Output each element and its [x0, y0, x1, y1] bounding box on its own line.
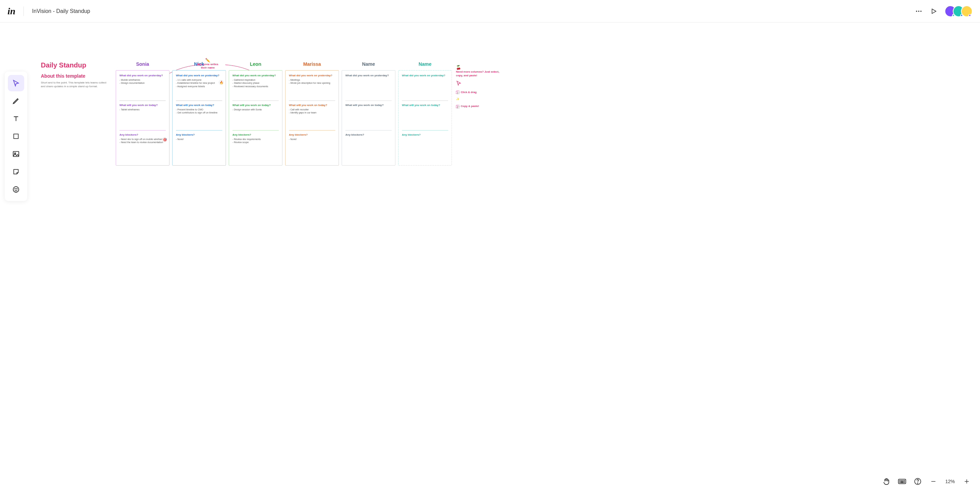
column-card[interactable]: What did you work on yesterday?1:1 calls…: [172, 70, 226, 166]
list-item[interactable]: None!: [176, 137, 222, 141]
column-card[interactable]: What did you work on yesterday?Gathered …: [229, 70, 282, 166]
list-item[interactable]: Meetings: [289, 78, 335, 81]
column-card[interactable]: What did you work on yesterday?MeetingsW…: [285, 70, 339, 166]
pointer-tool[interactable]: [8, 75, 24, 91]
standup-column[interactable]: NameWhat did you work on yesterday?What …: [398, 61, 452, 166]
board-description: Short and to the point. This template le…: [41, 81, 109, 88]
list-item[interactable]: None!: [289, 137, 335, 141]
column-card[interactable]: What did you work on yesterday?Mobile wi…: [116, 70, 169, 166]
zoom-level[interactable]: 12%: [943, 479, 957, 484]
board-title: Daily Standup: [41, 61, 109, 69]
list-item[interactable]: Established timeline for new project: [176, 81, 222, 85]
list-item[interactable]: 1:1 calls with everyone: [176, 78, 222, 81]
tips-heading: Need more columns? Just select, copy, an…: [456, 70, 500, 78]
shape-tool[interactable]: [8, 128, 24, 144]
column-name[interactable]: Name: [342, 61, 395, 67]
svg-point-9: [17, 188, 18, 189]
tip-step-1-num: 1: [456, 91, 460, 94]
avatar-stack[interactable]: [945, 5, 972, 17]
svg-point-8: [14, 188, 15, 189]
list-item[interactable]: Review dev requirements: [232, 137, 279, 141]
keyboard-shortcuts-icon[interactable]: [898, 477, 907, 486]
section-title-yesterday: What did you work on yesterday?: [289, 74, 335, 77]
reaction-badge[interactable]: 🔥: [219, 80, 224, 85]
list-item[interactable]: Identify gaps in our team: [289, 111, 335, 114]
list-item[interactable]: Wrote job description for new opening: [289, 81, 335, 85]
section-items-today[interactable]: Design session with Sonia: [232, 108, 279, 111]
column-card[interactable]: What did you work on yesterday?What will…: [342, 70, 395, 166]
cherry-icon: 🍒: [456, 65, 500, 70]
svg-point-12: [901, 481, 902, 481]
section-title-blockers: Any blockers?: [176, 133, 222, 136]
section-items-yesterday[interactable]: Gathered inspirationStarted discovery ph…: [232, 78, 279, 88]
svg-point-11: [900, 481, 900, 481]
more-menu-icon[interactable]: [915, 7, 923, 15]
section-title-yesterday: What did you work on yesterday?: [119, 74, 166, 77]
section-items-blockers[interactable]: Review dev requirementsReview scope: [232, 137, 279, 144]
section-items-blockers[interactable]: None!: [289, 137, 335, 141]
list-item[interactable]: Call with recruiter: [289, 108, 335, 111]
standup-column[interactable]: NameWhat did you work on yesterday?What …: [342, 61, 395, 166]
section-title-blockers: Any blockers?: [345, 133, 392, 136]
intro-panel: Daily Standup About this template Short …: [41, 61, 109, 88]
section-items-today[interactable]: Present timeline to CMOGet contributors …: [176, 108, 222, 115]
section-title-yesterday: What did you work on yesterday?: [176, 74, 222, 77]
tip-step-2-num: 2: [456, 105, 460, 109]
hand-pan-icon[interactable]: [882, 477, 891, 486]
section-items-blockers[interactable]: None!: [176, 137, 222, 141]
image-tool[interactable]: [8, 146, 24, 162]
standup-column[interactable]: NickWhat did you work on yesterday?1:1 c…: [172, 61, 226, 166]
svg-point-2: [920, 11, 922, 12]
list-item[interactable]: Started discovery phase: [232, 81, 279, 85]
section-items-today[interactable]: Call with recruiterIdentify gaps in our …: [289, 108, 335, 115]
list-item[interactable]: Gathered inspiration: [232, 78, 279, 81]
section-title-blockers: Any blockers?: [289, 133, 335, 136]
board-canvas[interactable]: ✏️ Everyone writes their name Daily Stan…: [41, 61, 973, 166]
zoom-in-button[interactable]: [962, 477, 971, 486]
column-card[interactable]: What did you work on yesterday?What will…: [398, 70, 452, 166]
tips-panel: 🍒 Need more columns? Just select, copy, …: [456, 61, 500, 109]
svg-rect-5: [13, 152, 19, 157]
list-item[interactable]: Assigned everyone tickets: [176, 85, 222, 88]
section-title-today: What will you work on today?: [119, 104, 166, 107]
list-item[interactable]: Design session with Sonia: [232, 108, 279, 111]
board-subtitle: About this template: [41, 73, 109, 79]
list-item[interactable]: Present timeline to CMO: [176, 108, 222, 111]
standup-column[interactable]: SoniaWhat did you work on yesterday?Mobi…: [116, 61, 169, 166]
list-item[interactable]: Review scope: [232, 141, 279, 144]
list-item[interactable]: Mobile wireframes: [119, 78, 166, 81]
section-items-yesterday[interactable]: 1:1 calls with everyoneEstablished timel…: [176, 78, 222, 88]
standup-column[interactable]: LeonWhat did you work on yesterday?Gathe…: [229, 61, 282, 166]
present-mode-icon[interactable]: [930, 7, 938, 15]
list-item[interactable]: Design documentation: [119, 81, 166, 85]
section-title-today: What will you work on today?: [232, 104, 279, 107]
section-items-yesterday[interactable]: MeetingsWrote job description for new op…: [289, 78, 335, 85]
list-item[interactable]: Need dev to sign off on mobile wireframe…: [119, 137, 166, 141]
sparkle-icon: ✨: [456, 97, 460, 101]
sticky-tool[interactable]: [8, 163, 24, 180]
column-name[interactable]: Name: [398, 61, 452, 67]
section-items-blockers[interactable]: Need dev to sign off on mobile wireframe…: [119, 137, 166, 144]
help-icon[interactable]: [913, 477, 922, 486]
section-title-today: What will you work on today?: [176, 104, 222, 107]
section-title-today: What will you work on today?: [345, 104, 392, 107]
section-items-today[interactable]: Tablet wireframes: [119, 108, 166, 111]
zoom-out-button[interactable]: [929, 477, 938, 486]
text-tool[interactable]: [8, 110, 24, 127]
avatar-3[interactable]: [961, 5, 972, 17]
pencil-tool[interactable]: [8, 93, 24, 109]
list-item[interactable]: Get contributors to sign off on timeline: [176, 111, 222, 114]
list-item[interactable]: Reviewed necessary documents: [232, 85, 279, 88]
section-title-today: What will you work on today?: [402, 104, 448, 107]
document-title[interactable]: InVision - Daily Standup: [32, 8, 90, 14]
reaction-badge[interactable]: 🎯: [162, 137, 167, 142]
list-item[interactable]: Need the team to review documentation: [119, 141, 166, 144]
emoji-tool[interactable]: [8, 181, 24, 198]
tip-step-2-label: Copy & paste!: [461, 105, 479, 109]
list-item[interactable]: Tablet wireframes: [119, 108, 166, 111]
standup-column[interactable]: MarissaWhat did you work on yesterday?Me…: [285, 61, 339, 166]
cursor-icon: [456, 80, 461, 86]
section-items-yesterday[interactable]: Mobile wireframesDesign documentation: [119, 78, 166, 85]
svg-point-15: [900, 482, 900, 482]
column-name[interactable]: Marissa: [285, 61, 339, 67]
